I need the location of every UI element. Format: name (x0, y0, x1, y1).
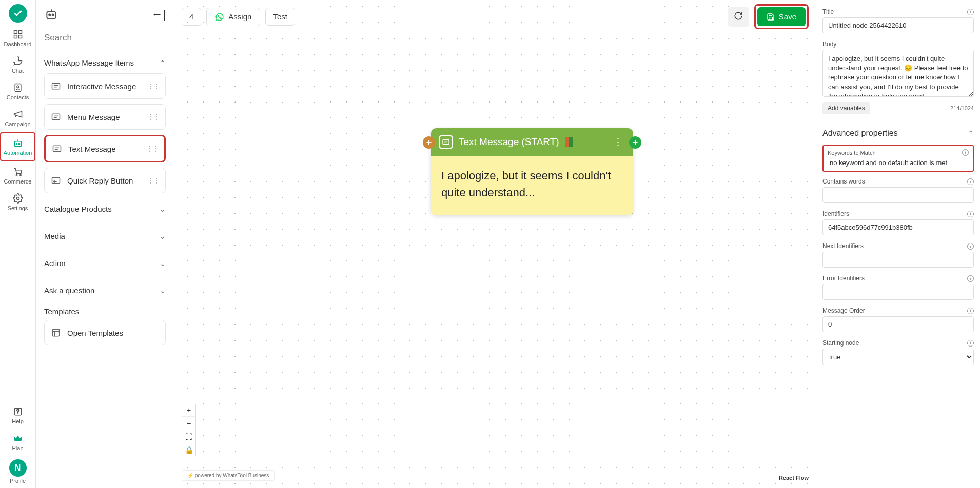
info-icon[interactable]: i (967, 178, 974, 185)
assign-label: Assign (228, 12, 251, 21)
svg-rect-23 (53, 146, 61, 152)
nav-chat[interactable]: Chat (0, 51, 35, 78)
nav-contacts[interactable]: Contacts (0, 78, 35, 105)
svg-point-7 (16, 143, 17, 145)
nav-label: Contacts (7, 94, 29, 100)
nav-automation[interactable]: Automation (0, 132, 35, 161)
svg-point-8 (18, 143, 20, 145)
help-icon: ? (12, 406, 24, 417)
section-title: Action (44, 259, 66, 268)
open-templates-button[interactable]: Open Templates (44, 320, 166, 345)
chevron-down-icon: ⌄ (160, 232, 166, 240)
component-menu-message[interactable]: Menu Message ⋮⋮ (44, 104, 166, 130)
node-output-handle[interactable]: + (629, 136, 641, 149)
app-logo[interactable] (9, 4, 27, 23)
component-quick-reply[interactable]: Quick Reply Button ⋮⋮ (44, 168, 166, 193)
section-ask-question[interactable]: Ask a question ⌄ (44, 280, 166, 301)
template-icon (51, 328, 61, 338)
nav-label: Dashboard (4, 41, 32, 47)
svg-rect-0 (14, 31, 17, 34)
info-icon[interactable]: i (967, 211, 974, 217)
title-label: Title (822, 8, 834, 15)
contains-words-input[interactable] (822, 187, 974, 203)
section-title: WhatsApp Message Items (44, 58, 134, 67)
start-flag-icon (565, 137, 573, 147)
canvas[interactable]: 4 Assign Test Save + + Text Message (STA… (174, 0, 816, 488)
nav-campaign[interactable]: Campaign (0, 105, 35, 131)
advanced-label: Advanced properties (822, 129, 898, 138)
info-icon[interactable]: i (962, 149, 969, 156)
error-identifiers-label: Error Identifiers (822, 275, 865, 282)
avatar: N (9, 459, 27, 477)
section-catalogue[interactable]: Catalogue Products ⌄ (44, 198, 166, 219)
svg-text:?: ? (16, 409, 19, 414)
node-input-handle[interactable]: + (423, 136, 435, 149)
svg-rect-2 (14, 35, 17, 38)
chat-icon (12, 55, 24, 67)
flow-node-text-message[interactable]: + + Text Message (START) ⋮ I apologize, … (431, 128, 633, 215)
contains-words-label: Contains words (822, 178, 865, 185)
section-media[interactable]: Media ⌄ (44, 226, 166, 247)
node-menu-icon[interactable]: ⋮ (611, 136, 625, 148)
body-textarea[interactable]: I apologize, but it seems I couldn't qui… (822, 50, 974, 97)
zoom-out-button[interactable]: − (182, 417, 195, 430)
info-icon[interactable]: i (967, 340, 974, 347)
section-whatsapp-items[interactable]: WhatsApp Message Items ⌃ (44, 52, 166, 73)
component-label: Menu Message (67, 113, 141, 121)
nav-label: Automation (4, 150, 32, 156)
nav-dashboard[interactable]: Dashboard (0, 25, 35, 51)
svg-rect-27 (52, 329, 59, 336)
save-button[interactable]: Save (757, 7, 806, 26)
add-variables-button[interactable]: Add variables (822, 102, 870, 114)
dot-grid (174, 0, 816, 488)
canvas-controls: + − ⛶ 🔒 (182, 403, 196, 457)
chevron-down-icon: ⌄ (160, 287, 166, 295)
automation-icon (12, 137, 24, 149)
error-identifiers-input[interactable] (822, 284, 974, 300)
reply-icon (51, 175, 61, 186)
nav-settings[interactable]: Settings (0, 189, 35, 215)
nav-profile[interactable]: N Profile (0, 455, 35, 488)
svg-rect-30 (443, 139, 449, 144)
drag-handle-icon[interactable]: ⋮⋮ (146, 145, 158, 153)
info-icon[interactable]: i (967, 308, 974, 314)
reload-button[interactable] (728, 7, 749, 27)
test-button[interactable]: Test (265, 8, 295, 26)
react-flow-attribution: React Flow (779, 475, 809, 481)
gear-icon (12, 193, 24, 204)
drag-handle-icon[interactable]: ⋮⋮ (147, 113, 159, 121)
next-identifiers-input[interactable] (822, 252, 974, 268)
advanced-properties-toggle[interactable]: Advanced properties ⌃ (822, 124, 974, 145)
svg-rect-1 (18, 31, 22, 34)
message-order-input[interactable] (822, 316, 974, 332)
zoom-in-button[interactable]: + (182, 403, 195, 417)
section-action[interactable]: Action ⌄ (44, 253, 166, 274)
svg-rect-6 (14, 141, 21, 147)
drag-handle-icon[interactable]: ⋮⋮ (147, 82, 159, 90)
info-icon[interactable]: i (967, 243, 974, 250)
assign-button[interactable]: Assign (206, 8, 260, 26)
svg-point-11 (16, 197, 19, 200)
info-icon[interactable]: i (967, 9, 974, 15)
fit-view-button[interactable]: ⛶ (182, 430, 195, 443)
identifiers-input[interactable] (822, 219, 974, 235)
info-icon[interactable]: i (967, 275, 974, 282)
lock-button[interactable]: 🔒 (182, 443, 195, 457)
identifiers-label: Identifiers (822, 210, 849, 217)
search-input[interactable] (44, 33, 166, 43)
nav-commerce[interactable]: Commerce (0, 162, 35, 189)
drag-handle-icon[interactable]: ⋮⋮ (147, 176, 159, 185)
svg-point-9 (16, 174, 17, 176)
message-icon (51, 81, 61, 91)
component-label: Text Message (68, 145, 140, 153)
nav-help[interactable]: ? Help (0, 402, 35, 429)
title-input[interactable] (822, 17, 974, 33)
back-arrow-icon[interactable]: ←| (151, 8, 166, 21)
component-interactive-message[interactable]: Interactive Message ⋮⋮ (44, 73, 166, 99)
nav-label: Chat (12, 68, 24, 74)
component-text-message[interactable]: Text Message ⋮⋮ (44, 135, 166, 162)
starting-node-select[interactable]: true (822, 349, 974, 365)
nav-plan[interactable]: Plan (0, 429, 35, 455)
keywords-label: Keywords to Match (828, 150, 876, 156)
keywords-to-match-field[interactable]: Keywords to Match i no keyword and no de… (822, 145, 974, 172)
